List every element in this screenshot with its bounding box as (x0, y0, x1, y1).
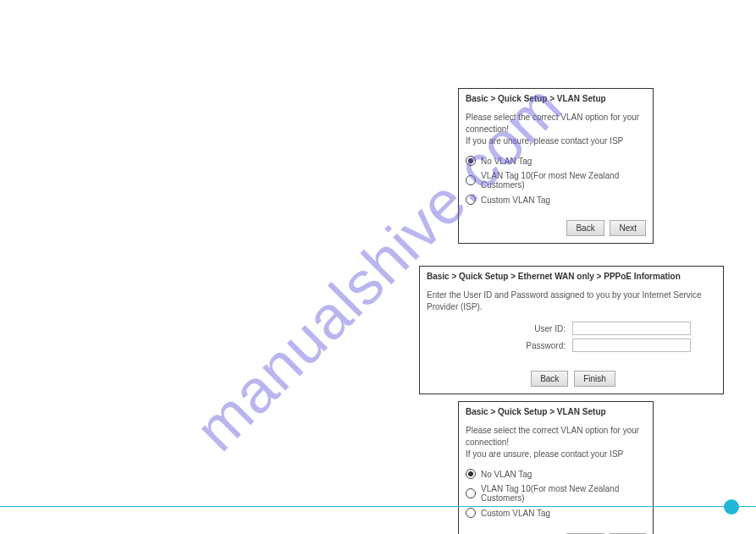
radio-label: Custom VLAN Tag (481, 509, 550, 518)
breadcrumb: Basic > Quick Setup > VLAN Setup (459, 89, 653, 108)
finish-button[interactable]: Finish (574, 371, 615, 387)
radio-icon (466, 488, 476, 498)
instruction-text: Please select the correct VLAN option fo… (466, 425, 646, 460)
radio-icon (466, 175, 476, 185)
radio-custom-vlan[interactable]: Custom VLAN Tag (466, 195, 646, 205)
password-label: Password: (526, 341, 566, 350)
instruction-text: Please select the correct VLAN option fo… (466, 112, 646, 147)
radio-no-vlan[interactable]: No VLAN Tag (466, 469, 646, 479)
instruction-text: Enter the User ID and Password assigned … (427, 289, 716, 313)
page-indicator-dot (724, 499, 739, 515)
radio-icon (466, 156, 476, 166)
radio-icon (466, 508, 476, 518)
footer-divider (0, 506, 756, 507)
next-button[interactable]: Next (610, 220, 646, 236)
userid-input[interactable] (572, 322, 691, 335)
vlan-setup-panel-bottom: Basic > Quick Setup > VLAN Setup Please … (458, 401, 654, 534)
radio-icon (466, 469, 476, 479)
vlan-setup-panel-top: Basic > Quick Setup > VLAN Setup Please … (458, 88, 654, 244)
back-button[interactable]: Back (531, 371, 568, 387)
radio-no-vlan[interactable]: No VLAN Tag (466, 156, 646, 166)
password-input[interactable] (572, 339, 691, 352)
radio-label: Custom VLAN Tag (481, 195, 550, 205)
userid-label: User ID: (534, 324, 566, 333)
back-button[interactable]: Back (566, 220, 604, 236)
radio-label: No VLAN Tag (481, 157, 532, 166)
radio-vlan-10[interactable]: VLAN Tag 10(For most New Zealand Custome… (466, 484, 646, 503)
radio-label: VLAN Tag 10(For most New Zealand Custome… (481, 484, 646, 503)
radio-custom-vlan[interactable]: Custom VLAN Tag (466, 508, 646, 518)
radio-icon (466, 195, 476, 205)
radio-vlan-10[interactable]: VLAN Tag 10(For most New Zealand Custome… (466, 171, 646, 190)
radio-label: VLAN Tag 10(For most New Zealand Custome… (481, 171, 646, 190)
radio-label: No VLAN Tag (481, 470, 532, 479)
breadcrumb: Basic > Quick Setup > VLAN Setup (459, 402, 653, 421)
breadcrumb: Basic > Quick Setup > Ethernet WAN only … (420, 267, 723, 286)
pppoe-panel: Basic > Quick Setup > Ethernet WAN only … (419, 266, 724, 394)
